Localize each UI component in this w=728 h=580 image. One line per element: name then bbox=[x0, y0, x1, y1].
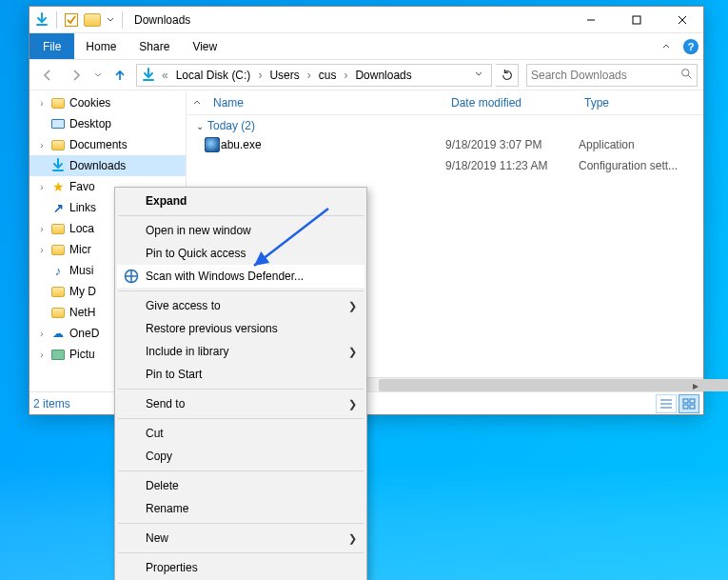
column-date[interactable]: Date modified bbox=[445, 96, 579, 110]
help-button[interactable]: ? bbox=[679, 33, 703, 59]
ctx-copy[interactable]: Copy bbox=[117, 445, 364, 468]
search-icon[interactable] bbox=[680, 68, 693, 83]
help-icon: ? bbox=[683, 39, 698, 54]
ctx-scan-defender[interactable]: Scan with Windows Defender... bbox=[117, 265, 364, 288]
separator bbox=[56, 11, 57, 29]
ctx-restore-previous[interactable]: Restore previous versions bbox=[117, 317, 364, 340]
minimize-button[interactable] bbox=[570, 7, 612, 33]
tab-share[interactable]: Share bbox=[128, 33, 181, 59]
quick-access-download-icon[interactable] bbox=[33, 11, 50, 29]
tree-item-label: OneD bbox=[69, 327, 99, 340]
file-row[interactable]: abu.exe 9/18/2019 3:07 PM Application bbox=[187, 134, 703, 155]
column-type[interactable]: Type bbox=[579, 96, 703, 110]
tree-item-label: Loca bbox=[69, 222, 94, 235]
tree-item-label: Favo bbox=[69, 180, 95, 193]
expand-icon[interactable]: › bbox=[37, 329, 47, 339]
ctx-label: Pin to Start bbox=[146, 368, 202, 381]
tree-item-desktop[interactable]: Desktop bbox=[30, 113, 186, 134]
maximize-button[interactable] bbox=[616, 7, 658, 33]
ctx-pin-quick-access[interactable]: Pin to Quick access bbox=[117, 242, 364, 265]
ctx-include-library[interactable]: Include in library❯ bbox=[117, 340, 364, 363]
exe-icon bbox=[204, 137, 221, 152]
cloud-icon: ☁ bbox=[50, 326, 66, 341]
refresh-button[interactable] bbox=[496, 64, 519, 87]
tree-item-cookies[interactable]: ›Cookies bbox=[30, 92, 186, 113]
breadcrumb[interactable]: cus bbox=[317, 69, 339, 82]
group-label: Today (2) bbox=[207, 119, 255, 132]
chevron-right-icon[interactable]: › bbox=[256, 69, 264, 82]
expand-icon[interactable]: › bbox=[37, 350, 47, 360]
tab-view[interactable]: View bbox=[181, 33, 228, 59]
group-today[interactable]: ⌄ Today (2) bbox=[187, 115, 703, 134]
svg-point-2 bbox=[682, 69, 689, 75]
ctx-label: Cut bbox=[146, 427, 164, 440]
ctx-delete[interactable]: Delete bbox=[117, 474, 364, 497]
tree-item-label: Pictu bbox=[69, 348, 95, 361]
breadcrumb[interactable]: Downloads bbox=[353, 69, 413, 82]
expand-icon[interactable]: › bbox=[37, 182, 47, 192]
expand-icon[interactable]: › bbox=[37, 98, 47, 109]
column-name[interactable]: Name bbox=[207, 96, 445, 110]
ctx-new[interactable]: New❯ bbox=[117, 527, 364, 550]
svg-rect-4 bbox=[690, 399, 695, 403]
close-button[interactable] bbox=[661, 7, 703, 33]
history-dropdown-button[interactable] bbox=[92, 71, 104, 79]
menu-separator bbox=[118, 418, 364, 419]
ctx-send-to[interactable]: Send to❯ bbox=[117, 392, 364, 415]
file-row[interactable]: 9/18/2019 11:23 AM Configuration sett... bbox=[187, 155, 703, 176]
ctx-label: Give access to bbox=[146, 299, 221, 312]
quick-access-checkbox-icon[interactable] bbox=[63, 11, 80, 29]
breadcrumb[interactable]: Users bbox=[267, 69, 301, 82]
tab-home[interactable]: Home bbox=[74, 33, 128, 59]
music-icon: ♪ bbox=[50, 263, 66, 278]
ribbon-tabs: File Home Share View ? bbox=[30, 33, 703, 60]
ctx-rename[interactable]: Rename bbox=[117, 497, 364, 520]
tree-item-downloads[interactable]: Downloads bbox=[30, 155, 186, 176]
svg-rect-1 bbox=[633, 16, 640, 24]
tree-item-label: Micr bbox=[69, 243, 91, 256]
chevron-right-icon[interactable]: › bbox=[305, 69, 313, 82]
quick-access-dropdown-icon[interactable] bbox=[105, 11, 116, 29]
back-button[interactable] bbox=[35, 63, 60, 88]
ctx-expand[interactable]: Expand bbox=[117, 190, 364, 212]
chevron-right-icon[interactable]: › bbox=[342, 69, 349, 82]
chevron-left-doubleicon: « bbox=[160, 69, 170, 82]
ribbon-collapse-button[interactable] bbox=[654, 33, 679, 59]
svg-rect-5 bbox=[683, 405, 688, 409]
ctx-pin-start[interactable]: Pin to Start bbox=[117, 363, 364, 386]
search-input[interactable]: Search Downloads bbox=[526, 64, 698, 87]
sort-indicator-icon[interactable] bbox=[187, 98, 207, 108]
address-bar[interactable]: « Local Disk (C:) › Users › cus › Downlo… bbox=[136, 64, 492, 87]
submenu-arrow-icon: ❯ bbox=[348, 532, 357, 545]
picture-icon bbox=[50, 347, 66, 362]
tab-file[interactable]: File bbox=[30, 33, 74, 59]
ctx-cut[interactable]: Cut bbox=[117, 422, 364, 445]
expand-icon[interactable]: › bbox=[37, 140, 47, 150]
ctx-open-new-window[interactable]: Open in new window bbox=[117, 219, 364, 242]
address-dropdown-button[interactable] bbox=[470, 69, 487, 82]
ctx-properties[interactable]: Properties bbox=[117, 556, 364, 579]
collapse-icon[interactable]: ⌄ bbox=[196, 121, 204, 131]
up-button[interactable] bbox=[108, 63, 132, 88]
folder-icon bbox=[50, 221, 66, 236]
folder-icon bbox=[50, 95, 66, 110]
scroll-right-button[interactable]: ▸ bbox=[688, 378, 703, 392]
scroll-thumb[interactable] bbox=[379, 379, 728, 391]
search-placeholder: Search Downloads bbox=[531, 69, 627, 82]
tree-item-label: NetH bbox=[69, 306, 95, 319]
forward-button[interactable] bbox=[64, 63, 89, 88]
breadcrumb[interactable]: Local Disk (C:) bbox=[174, 69, 253, 82]
file-date: 9/18/2019 11:23 AM bbox=[445, 159, 579, 172]
view-details-button[interactable] bbox=[656, 394, 677, 413]
view-large-icons-button[interactable] bbox=[679, 394, 699, 413]
file-date: 9/18/2019 3:07 PM bbox=[445, 138, 579, 151]
address-location-icon bbox=[141, 68, 156, 83]
expand-icon[interactable]: › bbox=[37, 224, 47, 234]
expand-icon[interactable]: › bbox=[37, 245, 47, 255]
menu-separator bbox=[118, 552, 364, 553]
column-label: Date modified bbox=[451, 96, 521, 110]
ctx-give-access[interactable]: Give access to❯ bbox=[117, 294, 364, 317]
tree-item-documents[interactable]: ›Documents bbox=[30, 134, 186, 155]
tree-item-label: Musi bbox=[69, 264, 93, 277]
submenu-arrow-icon: ❯ bbox=[348, 346, 357, 358]
